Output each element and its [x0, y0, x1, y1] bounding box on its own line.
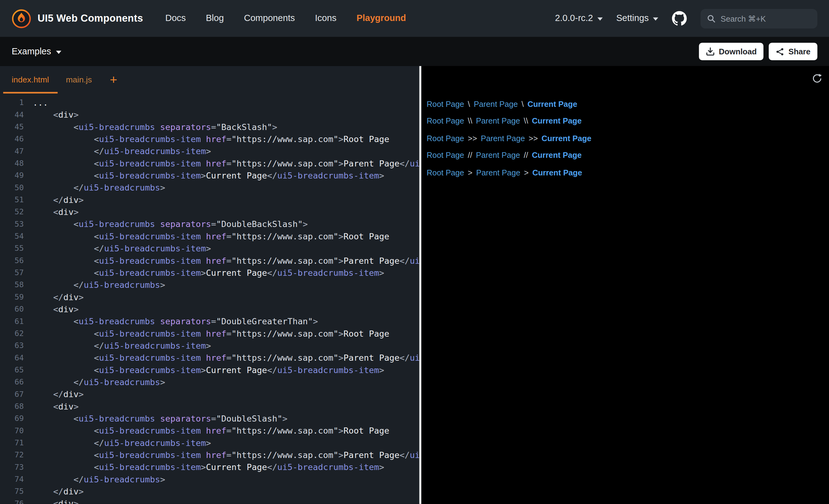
code-token: </	[267, 365, 277, 375]
breadcrumb-link[interactable]: Root Page	[427, 133, 464, 142]
code-token: >	[379, 170, 384, 180]
breadcrumb-current[interactable]: Current Page	[527, 99, 577, 108]
code-token: </	[267, 268, 277, 278]
code-token: >	[338, 426, 344, 436]
breadcrumb-link[interactable]: Parent Page	[474, 99, 518, 108]
nav-item-icons[interactable]: Icons	[315, 13, 336, 24]
tab-main-js[interactable]: main.js	[58, 66, 101, 93]
nav-item-docs[interactable]: Docs	[166, 13, 186, 24]
refresh-button[interactable]	[812, 73, 823, 85]
code-line: 60 <div>	[0, 303, 419, 315]
breadcrumb-row: Root Page\\Parent Page\\Current Page	[427, 112, 829, 129]
github-link[interactable]	[672, 11, 687, 26]
code-token: </	[33, 292, 63, 302]
breadcrumb-row: Root Page//Parent Page//Current Page	[427, 147, 829, 164]
code-token: Parent Page	[344, 256, 399, 266]
breadcrumb-separator: //	[468, 151, 472, 160]
code-token: >	[272, 122, 277, 132]
code-token: "https://www.sap.com"	[231, 328, 338, 339]
breadcrumb-row: Root Page>>Parent Page>>Current Page	[427, 129, 829, 147]
breadcrumb-current[interactable]: Current Page	[532, 168, 582, 177]
breadcrumb-link[interactable]: Parent Page	[476, 116, 520, 125]
code-token: separators	[155, 219, 211, 229]
line-number: 67	[0, 388, 24, 400]
breadcrumb-row: Root Page\Parent Page\Current Page	[427, 95, 829, 112]
code-token: ui5-breadcrumbs-item	[409, 450, 419, 460]
code-line: 62 <ui5-breadcrumbs-item href="https://w…	[0, 327, 419, 339]
code-token: Current Page	[206, 365, 267, 375]
code-token: ui5-breadcrumbs	[84, 280, 160, 290]
code-line: 66 </ui5-breadcrumbs>	[0, 376, 419, 388]
nav-item-blog[interactable]: Blog	[206, 13, 224, 24]
code-token: ui5-breadcrumbs-item	[99, 158, 201, 168]
code-token: Root Page	[344, 426, 389, 436]
nav-item-playground[interactable]: Playground	[357, 13, 406, 24]
brand[interactable]: UI5 Web Components	[12, 9, 143, 28]
version-dropdown[interactable]: 2.0.0-rc.2	[555, 13, 603, 24]
code-line-content: </div>	[33, 194, 84, 206]
code-token: >	[338, 353, 344, 363]
add-tab-button[interactable]: +	[110, 66, 117, 93]
breadcrumb-link[interactable]: Root Page	[427, 99, 464, 108]
line-number: 61	[0, 315, 24, 327]
share-button[interactable]: Share	[769, 43, 818, 60]
tab-index-html[interactable]: index.html	[3, 66, 58, 93]
code-line: 58 </ui5-breadcrumbs>	[0, 279, 419, 291]
breadcrumb-link[interactable]: Parent Page	[476, 151, 520, 160]
breadcrumb-current[interactable]: Current Page	[542, 133, 591, 142]
breadcrumb-link[interactable]: Root Page	[427, 116, 464, 125]
code-line-content: <div>	[33, 206, 78, 218]
breadcrumb-current[interactable]: Current Page	[532, 116, 582, 125]
code-line-content: </div>	[33, 388, 84, 400]
code-token: <	[33, 316, 78, 326]
line-number: 49	[0, 169, 24, 182]
code-token: "DoubleGreaterThan"	[216, 316, 313, 326]
code-token: href	[201, 134, 226, 144]
code-token: >	[201, 170, 206, 180]
topnav-right: 2.0.0-rc.2 Settings	[555, 9, 818, 28]
examples-dropdown[interactable]: Examples	[12, 46, 61, 57]
pane-splitter[interactable]	[419, 66, 421, 504]
breadcrumb-link[interactable]: Parent Page	[481, 133, 525, 142]
breadcrumb-separator: >	[524, 168, 529, 177]
code-line: 74 </ui5-breadcrumbs>	[0, 473, 419, 486]
code-token: >	[201, 462, 206, 472]
code-line: 63 </ui5-breadcrumbs-item>	[0, 340, 419, 352]
code-token: ui5-breadcrumbs-item	[99, 134, 201, 144]
code-line: 50 </ui5-breadcrumbs>	[0, 182, 419, 194]
code-token: ui5-breadcrumbs-item	[409, 353, 419, 363]
breadcrumb-link[interactable]: Root Page	[427, 151, 464, 160]
code-line: 65 <ui5-breadcrumbs-item>Current Page</u…	[0, 364, 419, 376]
code-line: 57 <ui5-breadcrumbs-item>Current Page</u…	[0, 267, 419, 279]
nav-item-components[interactable]: Components	[244, 13, 295, 24]
breadcrumb-current[interactable]: Current Page	[532, 151, 582, 160]
line-number: 71	[0, 437, 24, 449]
breadcrumb-link[interactable]: Parent Page	[476, 168, 520, 177]
code-token: ui5-breadcrumbs-item	[277, 170, 379, 180]
line-number: 53	[0, 218, 24, 230]
breadcrumb-link[interactable]: Root Page	[427, 168, 464, 177]
code-editor[interactable]: 1...44 <div>45 <ui5-breadcrumbs separato…	[0, 93, 419, 504]
code-line-content: <ui5-breadcrumbs separators="DoubleGreat…	[33, 315, 318, 327]
preview-pane: Root Page\Parent Page\Current PageRoot P…	[421, 66, 829, 504]
code-token: ui5-breadcrumbs-item	[99, 462, 201, 472]
code-line-content: <ui5-breadcrumbs-item href="https://www.…	[33, 425, 389, 437]
code-line-content: <ui5-breadcrumbs-item href="https://www.…	[33, 157, 419, 169]
code-token: </	[33, 438, 104, 448]
search-input[interactable]	[700, 9, 817, 28]
code-token: ui5-breadcrumbs-item	[277, 268, 379, 278]
code-token: </	[33, 195, 63, 205]
breadcrumb-separator: \\	[468, 116, 472, 125]
code-line-content: </ui5-breadcrumbs>	[33, 182, 165, 194]
code-token: =	[226, 328, 231, 339]
settings-dropdown[interactable]: Settings	[616, 13, 658, 24]
code-token: ...	[33, 98, 48, 108]
download-button[interactable]: Download	[699, 43, 764, 60]
code-token: ui5-breadcrumbs	[78, 414, 155, 423]
main-split: index.htmlmain.js+ 1...44 <div>45 <ui5-b…	[0, 66, 829, 504]
line-number: 68	[0, 400, 24, 413]
code-token: =	[211, 316, 216, 326]
line-number: 44	[0, 109, 24, 121]
code-token: =	[226, 450, 231, 460]
download-icon	[706, 47, 715, 56]
